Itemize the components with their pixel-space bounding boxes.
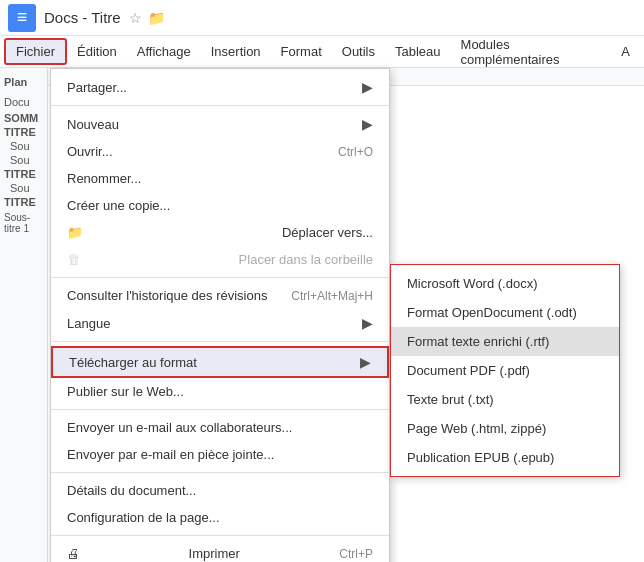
menu-telecharger[interactable]: Télécharger au format ▶ [51, 346, 389, 378]
arrow-icon: ▶ [362, 79, 373, 95]
menu-bar: Fichier Édition Affichage Insertion Form… [0, 36, 644, 68]
menu-ouvrir[interactable]: Ouvrir... Ctrl+O [51, 138, 389, 165]
titre3-label: TITRE [4, 196, 43, 208]
submenu-pdf[interactable]: Document PDF (.pdf) [391, 356, 619, 385]
docu-label: Docu [4, 96, 43, 108]
menu-creer-copie[interactable]: Créer une copie... [51, 192, 389, 219]
somm-label: SOMM [4, 112, 43, 124]
menu-configuration[interactable]: Configuration de la page... [51, 504, 389, 531]
menu-historique[interactable]: Consulter l'historique des révisions Ctr… [51, 282, 389, 309]
menu-envoyer-email[interactable]: Envoyer un e-mail aux collaborateurs... [51, 414, 389, 441]
sidebar: Plan Docu SOMM TITRE Sou Sou TITRE Sou T… [0, 68, 48, 562]
menu-publier[interactable]: Publier sur le Web... [51, 378, 389, 405]
separator-2 [51, 277, 389, 278]
titre2-label: TITRE [4, 168, 43, 180]
menu-affichage[interactable]: Affichage [127, 40, 201, 63]
arrow-icon: ▶ [360, 354, 371, 370]
plan-label: Plan [4, 76, 43, 88]
menu-deplacer[interactable]: 📁 Déplacer vers... [51, 219, 389, 246]
separator-6 [51, 535, 389, 536]
submenu-odt[interactable]: Format OpenDocument (.odt) [391, 298, 619, 327]
telecharger-submenu: Microsoft Word (.docx) Format OpenDocume… [390, 264, 620, 477]
trash-icon: 🗑 [67, 252, 85, 267]
submenu-html[interactable]: Page Web (.html, zippé) [391, 414, 619, 443]
star-icon[interactable]: ☆ [129, 10, 142, 26]
docs-icon: ≡ [17, 7, 28, 28]
menu-details[interactable]: Détails du document... [51, 477, 389, 504]
submenu-epub[interactable]: Publication EPUB (.epub) [391, 443, 619, 472]
sous1-label: Sou [4, 140, 43, 152]
folder-icon[interactable]: 📁 [148, 10, 165, 26]
menu-nouveau[interactable]: Nouveau ▶ [51, 110, 389, 138]
menu-partager[interactable]: Partager... ▶ [51, 73, 389, 101]
menu-imprimer[interactable]: 🖨 Imprimer Ctrl+P [51, 540, 389, 562]
separator-4 [51, 409, 389, 410]
menu-envoyer-piece-jointe[interactable]: Envoyer par e-mail en pièce jointe... [51, 441, 389, 468]
menu-edition[interactable]: Édition [67, 40, 127, 63]
menu-corbeille: 🗑 Placer dans la corbeille [51, 246, 389, 273]
separator-5 [51, 472, 389, 473]
sous2-label: Sou [4, 154, 43, 166]
menu-renommer[interactable]: Renommer... [51, 165, 389, 192]
menu-tableau[interactable]: Tableau [385, 40, 451, 63]
menu-insertion[interactable]: Insertion [201, 40, 271, 63]
soustitre1-label: Sous-titre 1 [4, 212, 43, 234]
fichier-dropdown: Partager... ▶ Nouveau ▶ Ouvrir... Ctrl+O… [50, 68, 390, 562]
title-bar: ≡ Docs - Titre ☆ 📁 [0, 0, 644, 36]
folder-icon: 📁 [67, 225, 85, 240]
app-icon: ≡ [8, 4, 36, 32]
window-title: Docs - Titre [44, 9, 121, 26]
menu-fichier[interactable]: Fichier [4, 38, 67, 65]
print-icon: 🖨 [67, 546, 85, 561]
submenu-word[interactable]: Microsoft Word (.docx) [391, 269, 619, 298]
arrow-icon: ▶ [362, 315, 373, 331]
menu-account[interactable]: A [611, 40, 640, 63]
menu-modules[interactable]: Modules complémentaires [451, 33, 612, 71]
menu-langue[interactable]: Langue ▶ [51, 309, 389, 337]
submenu-rtf[interactable]: Format texte enrichi (.rtf) [391, 327, 619, 356]
menu-format[interactable]: Format [271, 40, 332, 63]
menu-outils[interactable]: Outils [332, 40, 385, 63]
separator-1 [51, 105, 389, 106]
titre1-label: TITRE [4, 126, 43, 138]
sous3-label: Sou [4, 182, 43, 194]
submenu-txt[interactable]: Texte brut (.txt) [391, 385, 619, 414]
separator-3 [51, 341, 389, 342]
arrow-icon: ▶ [362, 116, 373, 132]
